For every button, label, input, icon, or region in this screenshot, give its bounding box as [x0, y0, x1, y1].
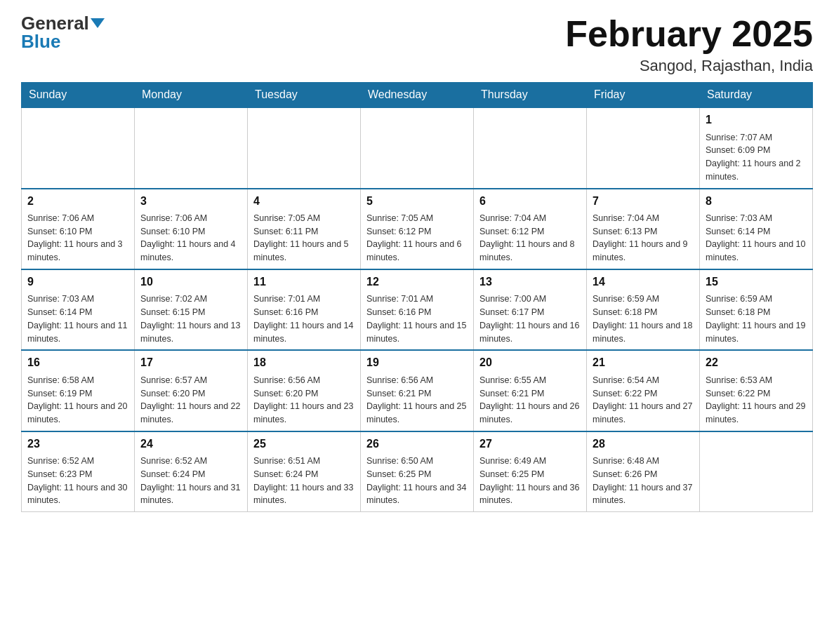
- day-number: 11: [253, 274, 355, 290]
- calendar-cell: [135, 107, 248, 188]
- calendar-cell: [248, 107, 361, 188]
- day-info: Sunrise: 6:58 AM Sunset: 6:19 PM Dayligh…: [27, 375, 127, 424]
- day-info: Sunrise: 6:59 AM Sunset: 6:18 PM Dayligh…: [706, 294, 805, 343]
- day-info: Sunrise: 6:55 AM Sunset: 6:21 PM Dayligh…: [479, 375, 579, 424]
- weekday-header-sunday: Sunday: [22, 83, 135, 108]
- weekday-header-thursday: Thursday: [474, 83, 587, 108]
- day-number: 24: [140, 436, 241, 452]
- calendar-cell: 12Sunrise: 7:01 AM Sunset: 6:16 PM Dayli…: [361, 269, 474, 350]
- weekday-header-row: SundayMondayTuesdayWednesdayThursdayFrid…: [22, 83, 813, 108]
- day-number: 9: [27, 274, 128, 290]
- day-number: 17: [140, 355, 241, 370]
- logo: General Blue: [21, 14, 105, 51]
- day-info: Sunrise: 6:59 AM Sunset: 6:18 PM Dayligh…: [593, 294, 692, 343]
- calendar-cell: [22, 107, 135, 188]
- calendar-cell: 17Sunrise: 6:57 AM Sunset: 6:20 PM Dayli…: [135, 350, 248, 431]
- calendar-cell: 6Sunrise: 7:04 AM Sunset: 6:12 PM Daylig…: [474, 189, 587, 269]
- day-info: Sunrise: 7:07 AM Sunset: 6:09 PM Dayligh…: [706, 133, 801, 182]
- day-number: 16: [27, 355, 128, 370]
- day-info: Sunrise: 6:52 AM Sunset: 6:23 PM Dayligh…: [27, 456, 127, 505]
- day-info: Sunrise: 7:05 AM Sunset: 6:12 PM Dayligh…: [366, 213, 462, 262]
- day-number: 14: [593, 274, 694, 290]
- calendar-cell: 14Sunrise: 6:59 AM Sunset: 6:18 PM Dayli…: [587, 269, 700, 350]
- day-info: Sunrise: 6:51 AM Sunset: 6:24 PM Dayligh…: [253, 456, 353, 505]
- day-info: Sunrise: 7:01 AM Sunset: 6:16 PM Dayligh…: [366, 294, 466, 343]
- calendar-cell: 27Sunrise: 6:49 AM Sunset: 6:25 PM Dayli…: [474, 431, 587, 512]
- day-info: Sunrise: 6:52 AM Sunset: 6:24 PM Dayligh…: [140, 456, 240, 505]
- calendar-week-3: 9Sunrise: 7:03 AM Sunset: 6:14 PM Daylig…: [22, 269, 813, 350]
- weekday-header-monday: Monday: [135, 83, 248, 108]
- day-number: 4: [253, 194, 355, 209]
- calendar-cell: 10Sunrise: 7:02 AM Sunset: 6:15 PM Dayli…: [135, 269, 248, 350]
- day-number: 23: [27, 436, 128, 452]
- calendar-cell: 19Sunrise: 6:56 AM Sunset: 6:21 PM Dayli…: [361, 350, 474, 431]
- calendar-cell: 26Sunrise: 6:50 AM Sunset: 6:25 PM Dayli…: [361, 431, 474, 512]
- calendar-cell: 8Sunrise: 7:03 AM Sunset: 6:14 PM Daylig…: [700, 189, 813, 269]
- day-info: Sunrise: 6:48 AM Sunset: 6:26 PM Dayligh…: [593, 456, 692, 505]
- weekday-header-tuesday: Tuesday: [248, 83, 361, 108]
- day-number: 15: [706, 274, 807, 290]
- day-number: 8: [706, 194, 807, 209]
- calendar-cell: 15Sunrise: 6:59 AM Sunset: 6:18 PM Dayli…: [700, 269, 813, 350]
- calendar-cell: 2Sunrise: 7:06 AM Sunset: 6:10 PM Daylig…: [22, 189, 135, 269]
- day-info: Sunrise: 7:04 AM Sunset: 6:12 PM Dayligh…: [479, 213, 575, 262]
- calendar-week-5: 23Sunrise: 6:52 AM Sunset: 6:23 PM Dayli…: [22, 431, 813, 512]
- day-info: Sunrise: 7:01 AM Sunset: 6:16 PM Dayligh…: [253, 294, 353, 343]
- day-number: 5: [366, 194, 468, 209]
- day-number: 13: [479, 274, 581, 290]
- calendar-cell: 11Sunrise: 7:01 AM Sunset: 6:16 PM Dayli…: [248, 269, 361, 350]
- day-info: Sunrise: 6:56 AM Sunset: 6:21 PM Dayligh…: [366, 375, 466, 424]
- calendar-week-2: 2Sunrise: 7:06 AM Sunset: 6:10 PM Daylig…: [22, 189, 813, 269]
- weekday-header-saturday: Saturday: [700, 83, 813, 108]
- calendar-cell: 16Sunrise: 6:58 AM Sunset: 6:19 PM Dayli…: [22, 350, 135, 431]
- calendar-cell: 24Sunrise: 6:52 AM Sunset: 6:24 PM Dayli…: [135, 431, 248, 512]
- calendar-cell: [361, 107, 474, 188]
- calendar-cell: 4Sunrise: 7:05 AM Sunset: 6:11 PM Daylig…: [248, 189, 361, 269]
- title-section: February 2025 Sangod, Rajasthan, India: [565, 14, 813, 75]
- day-info: Sunrise: 7:03 AM Sunset: 6:14 PM Dayligh…: [706, 213, 805, 262]
- day-info: Sunrise: 7:00 AM Sunset: 6:17 PM Dayligh…: [479, 294, 579, 343]
- day-number: 28: [593, 436, 694, 452]
- calendar-cell: [700, 431, 813, 512]
- calendar-cell: 18Sunrise: 6:56 AM Sunset: 6:20 PM Dayli…: [248, 350, 361, 431]
- day-info: Sunrise: 6:53 AM Sunset: 6:22 PM Dayligh…: [706, 375, 805, 424]
- calendar-cell: 22Sunrise: 6:53 AM Sunset: 6:22 PM Dayli…: [700, 350, 813, 431]
- calendar-table: SundayMondayTuesdayWednesdayThursdayFrid…: [21, 82, 813, 512]
- page-header: General Blue February 2025 Sangod, Rajas…: [21, 14, 813, 75]
- logo-general-text: General: [21, 14, 89, 32]
- day-number: 21: [593, 355, 694, 370]
- day-number: 1: [706, 112, 807, 128]
- day-info: Sunrise: 7:05 AM Sunset: 6:11 PM Dayligh…: [253, 213, 349, 262]
- day-info: Sunrise: 7:06 AM Sunset: 6:10 PM Dayligh…: [140, 213, 236, 262]
- day-number: 6: [479, 194, 581, 209]
- day-number: 25: [253, 436, 355, 452]
- calendar-cell: 21Sunrise: 6:54 AM Sunset: 6:22 PM Dayli…: [587, 350, 700, 431]
- day-number: 19: [366, 355, 468, 370]
- day-info: Sunrise: 6:57 AM Sunset: 6:20 PM Dayligh…: [140, 375, 240, 424]
- day-number: 7: [593, 194, 694, 209]
- day-number: 10: [140, 274, 241, 290]
- calendar-week-1: 1Sunrise: 7:07 AM Sunset: 6:09 PM Daylig…: [22, 107, 813, 188]
- calendar-cell: 13Sunrise: 7:00 AM Sunset: 6:17 PM Dayli…: [474, 269, 587, 350]
- logo-blue-text: Blue: [21, 32, 60, 51]
- month-title: February 2025: [565, 14, 813, 54]
- weekday-header-friday: Friday: [587, 83, 700, 108]
- calendar-cell: 28Sunrise: 6:48 AM Sunset: 6:26 PM Dayli…: [587, 431, 700, 512]
- day-info: Sunrise: 7:03 AM Sunset: 6:14 PM Dayligh…: [27, 294, 127, 343]
- day-info: Sunrise: 6:54 AM Sunset: 6:22 PM Dayligh…: [593, 375, 692, 424]
- calendar-cell: [474, 107, 587, 188]
- calendar-cell: 7Sunrise: 7:04 AM Sunset: 6:13 PM Daylig…: [587, 189, 700, 269]
- calendar-cell: 9Sunrise: 7:03 AM Sunset: 6:14 PM Daylig…: [22, 269, 135, 350]
- day-number: 3: [140, 194, 241, 209]
- calendar-cell: 20Sunrise: 6:55 AM Sunset: 6:21 PM Dayli…: [474, 350, 587, 431]
- day-info: Sunrise: 7:02 AM Sunset: 6:15 PM Dayligh…: [140, 294, 240, 343]
- day-number: 26: [366, 436, 468, 452]
- day-number: 20: [479, 355, 581, 370]
- calendar-cell: 23Sunrise: 6:52 AM Sunset: 6:23 PM Dayli…: [22, 431, 135, 512]
- day-number: 12: [366, 274, 468, 290]
- calendar-week-4: 16Sunrise: 6:58 AM Sunset: 6:19 PM Dayli…: [22, 350, 813, 431]
- day-info: Sunrise: 6:49 AM Sunset: 6:25 PM Dayligh…: [479, 456, 579, 505]
- day-number: 22: [706, 355, 807, 370]
- weekday-header-wednesday: Wednesday: [361, 83, 474, 108]
- calendar-cell: 25Sunrise: 6:51 AM Sunset: 6:24 PM Dayli…: [248, 431, 361, 512]
